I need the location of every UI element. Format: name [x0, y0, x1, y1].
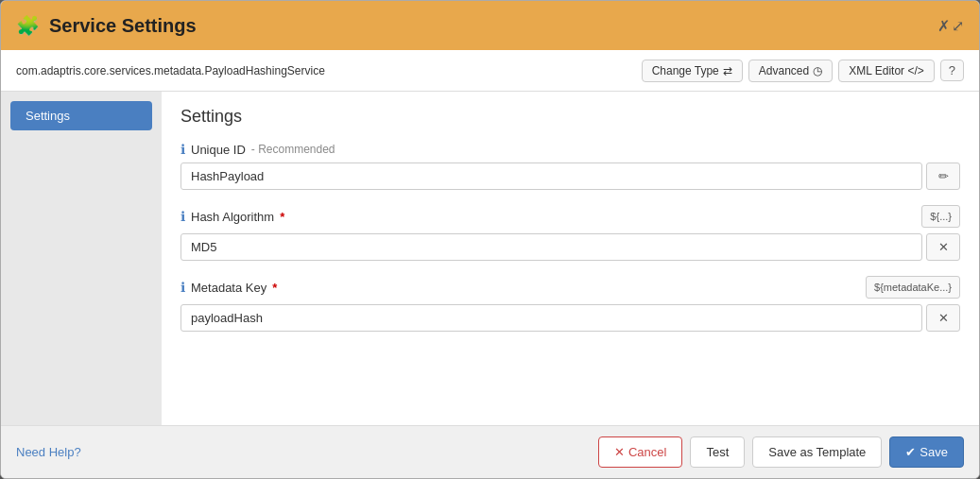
footer-buttons: ✕ Cancel Test Save as Template ✔ Save — [598, 436, 964, 468]
advanced-icon: ◷ — [813, 64, 822, 77]
unique-id-recommended: - Recommended — [251, 143, 335, 156]
cancel-label: Cancel — [628, 445, 666, 459]
hash-clear-icon: ✕ — [938, 240, 949, 254]
change-type-icon: ⇄ — [723, 64, 732, 77]
cancel-icon: ✕ — [614, 445, 625, 459]
metadata-key-input-row: ✕ — [181, 304, 960, 332]
hash-algorithm-clear-button[interactable]: ✕ — [926, 233, 960, 261]
settings-sidebar-label: Settings — [26, 109, 70, 123]
service-class-label: com.adaptris.core.services.metadata.Payl… — [16, 64, 325, 77]
close-icon: ✗ — [937, 17, 950, 35]
advanced-label: Advanced — [759, 64, 809, 77]
unique-id-input[interactable] — [181, 163, 922, 190]
hash-algorithm-input-row: ✕ — [181, 233, 960, 261]
metadata-key-metadata-button[interactable]: ${metadataKe...} — [866, 276, 960, 299]
hash-algorithm-label: Hash Algorithm — [191, 210, 274, 224]
save-icon: ✔ — [905, 445, 916, 459]
toolbar-buttons: Change Type ⇄ Advanced ◷ XML Editor </> … — [642, 60, 964, 82]
metadata-key-clear-button[interactable]: ✕ — [926, 304, 960, 332]
content-area: Settings ℹ Unique ID - Recommended ✏ — [162, 92, 979, 425]
advanced-button[interactable]: Advanced ◷ — [748, 60, 833, 82]
settings-sidebar-button[interactable]: Settings — [10, 101, 152, 130]
save-template-button[interactable]: Save as Template — [752, 436, 882, 468]
footer: Need Help? ✕ Cancel Test Save as Templat… — [1, 425, 979, 478]
main-content: Settings Settings ℹ Unique ID - Recommen… — [1, 92, 979, 425]
unique-id-label: Unique ID — [191, 143, 246, 157]
xml-editor-button[interactable]: XML Editor </> — [838, 60, 935, 82]
unique-id-input-row: ✏ — [181, 163, 960, 190]
dialog-title-text: Service Settings — [49, 15, 197, 37]
hash-algorithm-required: * — [280, 210, 284, 224]
metadata-key-field-group: ℹ Metadata Key * ${metadataKe...} ✕ — [181, 276, 960, 332]
hash-algorithm-input[interactable] — [181, 233, 922, 261]
save-template-label: Save as Template — [768, 445, 866, 459]
save-button[interactable]: ✔ Save — [889, 436, 964, 468]
help-label: ? — [949, 63, 955, 77]
metadata-key-label: Metadata Key — [191, 281, 266, 295]
xml-editor-label: XML Editor </> — [849, 64, 924, 77]
test-button[interactable]: Test — [690, 436, 745, 468]
hash-algorithm-label-row: ℹ Hash Algorithm * ${...} — [181, 205, 960, 228]
close-icon-2: ⤢ — [952, 17, 964, 35]
change-type-label: Change Type — [652, 64, 719, 77]
dialog-header: 🧩 Service Settings ✗ ⤢ — [1, 1, 979, 50]
toolbar-row: com.adaptris.core.services.metadata.Payl… — [1, 50, 979, 92]
service-settings-dialog: 🧩 Service Settings ✗ ⤢ com.adaptris.core… — [0, 0, 980, 479]
section-title: Settings — [181, 107, 960, 127]
unique-id-info-icon[interactable]: ℹ — [181, 142, 185, 157]
unique-id-edit-button[interactable]: ✏ — [926, 163, 960, 190]
dialog-close-button[interactable]: ✗ ⤢ — [937, 17, 964, 35]
metadata-key-required: * — [272, 281, 277, 295]
test-label: Test — [706, 445, 729, 459]
metadata-clear-icon: ✕ — [938, 311, 949, 325]
unique-id-field-group: ℹ Unique ID - Recommended ✏ — [181, 142, 960, 190]
cancel-button[interactable]: ✕ Cancel — [598, 436, 682, 468]
puzzle-icon: 🧩 — [16, 14, 40, 37]
save-label: Save — [920, 445, 948, 459]
dialog-title: 🧩 Service Settings — [16, 14, 197, 37]
hash-metadata-label: ${...} — [930, 211, 952, 222]
edit-icon: ✏ — [938, 169, 949, 183]
need-help-link[interactable]: Need Help? — [16, 445, 81, 459]
metadata-key-label-row: ℹ Metadata Key * ${metadataKe...} — [181, 276, 960, 299]
metadata-key-meta-label: ${metadataKe...} — [874, 282, 952, 293]
metadata-key-info-icon[interactable]: ℹ — [181, 280, 185, 295]
hash-algorithm-metadata-button[interactable]: ${...} — [921, 205, 960, 228]
hash-algorithm-info-icon[interactable]: ℹ — [181, 209, 185, 224]
unique-id-label-row: ℹ Unique ID - Recommended — [181, 142, 960, 157]
help-button[interactable]: ? — [940, 60, 964, 81]
sidebar: Settings — [1, 92, 162, 425]
hash-algorithm-field-group: ℹ Hash Algorithm * ${...} ✕ — [181, 205, 960, 261]
change-type-button[interactable]: Change Type ⇄ — [642, 60, 743, 82]
metadata-key-input[interactable] — [181, 304, 922, 332]
